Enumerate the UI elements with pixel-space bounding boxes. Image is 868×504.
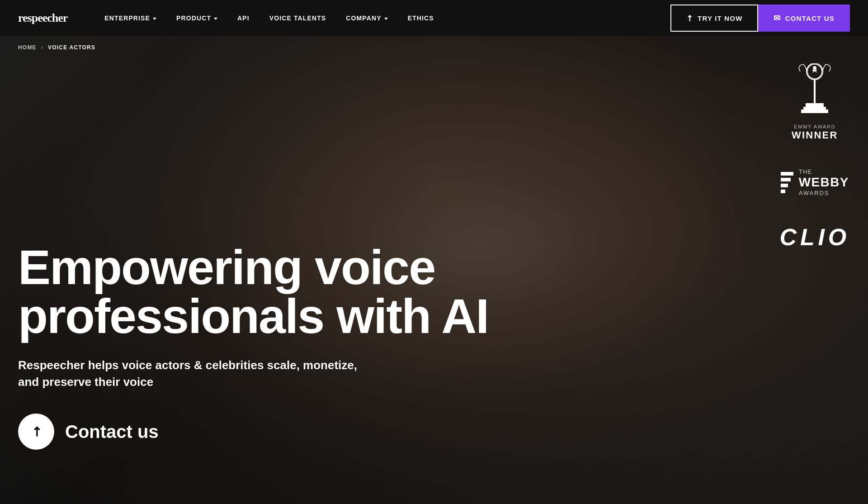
chevron-down-icon	[214, 18, 217, 20]
stripe-3	[781, 184, 788, 187]
stripe-1	[781, 172, 793, 176]
hero-subheading: Respeecher helps voice actors & celebrit…	[18, 357, 362, 390]
mail-icon: ✉	[774, 13, 781, 23]
navigation: respeecher ENTERPRISE PRODUCT API VOICE …	[0, 0, 868, 36]
contact-us-hero-button[interactable]: ↗	[18, 414, 54, 450]
breadcrumb-current: VOICE ACTORS	[48, 44, 95, 51]
svg-point-6	[813, 66, 816, 70]
nav-label-enterprise: ENTERPRISE	[104, 14, 150, 22]
try-it-now-label: TRY IT NOW	[698, 14, 743, 22]
stripe-4	[781, 190, 785, 193]
hero-heading-line2: professionals with AI	[18, 289, 488, 343]
stripe-2	[781, 178, 791, 181]
nav-item-enterprise[interactable]: ENTERPRISE	[94, 0, 166, 36]
nav-label-ethics: ETHICS	[408, 14, 434, 22]
webby-awards-label: AWARDS	[799, 190, 849, 196]
svg-rect-4	[801, 109, 828, 113]
svg-rect-3	[803, 107, 826, 109]
clio-label: CLIO	[780, 223, 850, 251]
hero-heading: Empowering voice professionals with AI	[18, 243, 488, 341]
emmy-label: EMMY AWARD	[794, 124, 835, 129]
chevron-down-icon	[384, 18, 388, 20]
try-it-now-button[interactable]: ↗ TRY IT NOW	[670, 5, 758, 32]
hero-heading-line1: Empowering voice	[18, 240, 435, 295]
breadcrumb: HOME › VOICE ACTORS	[18, 44, 95, 51]
nav-item-api[interactable]: API	[227, 0, 259, 36]
nav-cta-group: ↗ TRY IT NOW ✉ CONTACT US	[670, 5, 850, 32]
breadcrumb-home[interactable]: HOME	[18, 44, 37, 51]
nav-label-product: PRODUCT	[176, 14, 211, 22]
webby-award: THE WEBBY AWARDS	[781, 168, 849, 196]
chevron-down-icon	[153, 18, 156, 20]
hero-cta-row: ↗ Contact us	[18, 414, 488, 450]
contact-us-hero-label: Contact us	[65, 422, 159, 442]
nav-item-voice-talents[interactable]: VOICE TALENTS	[259, 0, 336, 36]
webby-stripes-icon	[781, 172, 793, 193]
awards-panel: EMMY AWARD WINNER THE WEBBY AWARDS	[780, 63, 850, 251]
hero-content: Empowering voice professionals with AI R…	[18, 243, 488, 450]
hero-section: HOME › VOICE ACTORS	[0, 36, 868, 504]
nav-item-ethics[interactable]: ETHICS	[398, 0, 444, 36]
nav-item-company[interactable]: COMPANY	[336, 0, 397, 36]
breadcrumb-separator: ›	[41, 44, 43, 51]
contact-us-nav-label: CONTACT US	[785, 14, 835, 22]
nav-label-voice-talents: VOICE TALENTS	[269, 14, 326, 22]
emmy-winner-label: WINNER	[792, 129, 838, 141]
nav-label-api: API	[237, 14, 250, 22]
emmy-icon	[797, 63, 833, 122]
nav-item-product[interactable]: PRODUCT	[166, 0, 227, 36]
webby-webby-label: WEBBY	[799, 175, 849, 190]
webby-text: THE WEBBY AWARDS	[799, 168, 849, 196]
contact-us-nav-button[interactable]: ✉ CONTACT US	[758, 5, 850, 32]
nav-links: ENTERPRISE PRODUCT API VOICE TALENTS COM…	[94, 0, 670, 36]
arrow-icon: ↗	[683, 12, 695, 24]
arrow-up-right-icon: ↗	[27, 423, 45, 441]
clio-award: CLIO	[780, 223, 850, 251]
emmy-award: EMMY AWARD WINNER	[792, 63, 838, 141]
logo[interactable]: respeecher	[18, 11, 67, 25]
webby-the-label: THE	[799, 168, 849, 175]
webby-box: THE WEBBY AWARDS	[781, 168, 849, 196]
svg-rect-2	[806, 103, 824, 107]
nav-label-company: COMPANY	[346, 14, 381, 22]
